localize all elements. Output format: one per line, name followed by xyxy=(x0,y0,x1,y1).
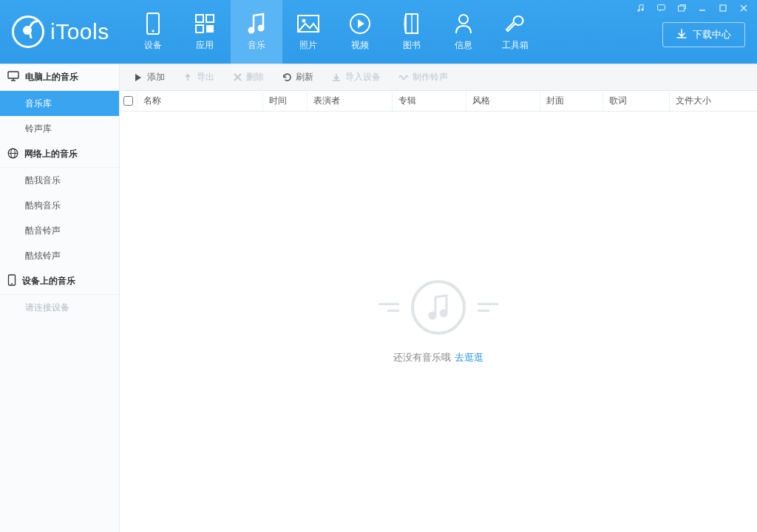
col-cover[interactable]: 封面 xyxy=(540,91,603,111)
tool-label: 删除 xyxy=(246,71,264,83)
logo-icon xyxy=(12,16,44,48)
sidebar-section-device: 设备上的音乐 xyxy=(0,268,119,295)
empty-state: 还没有音乐哦 去逛逛 xyxy=(120,112,757,532)
grid-icon xyxy=(194,13,216,35)
svg-rect-5 xyxy=(206,25,214,33)
sidebar-item-label: 酷我音乐 xyxy=(25,174,61,187)
music-note-circle-icon xyxy=(411,280,466,335)
sidebar-item-music-lib[interactable]: 音乐库 xyxy=(0,91,119,116)
sidebar-section-title: 设备上的音乐 xyxy=(22,275,75,287)
nav-video[interactable]: 视频 xyxy=(334,0,386,64)
svg-rect-4 xyxy=(196,25,203,33)
svg-rect-3 xyxy=(206,15,214,22)
nav-label: 音乐 xyxy=(248,39,265,52)
refresh-button[interactable]: 刷新 xyxy=(274,68,321,86)
svg-rect-16 xyxy=(678,6,684,11)
empty-illustration xyxy=(378,280,498,335)
sidebar-item-label: 请连接设备 xyxy=(25,301,69,314)
sidebar-item-kugou[interactable]: 酷狗音乐 xyxy=(0,193,119,218)
close-button[interactable] xyxy=(733,1,754,15)
nav-label: 设备 xyxy=(144,39,162,52)
col-genre[interactable]: 风格 xyxy=(466,91,540,111)
titlebar-chat-icon[interactable] xyxy=(651,1,671,15)
sidebar-section-title: 网络上的音乐 xyxy=(24,148,78,160)
person-icon xyxy=(452,13,475,35)
sidebar-item-ringtone-lib[interactable]: 铃声库 xyxy=(0,116,119,141)
col-album[interactable]: 专辑 xyxy=(393,91,466,111)
svg-rect-2 xyxy=(196,15,203,22)
svg-point-9 xyxy=(302,18,305,22)
nav-label: 视频 xyxy=(351,39,369,52)
wave-icon xyxy=(398,72,409,83)
sidebar-item-connect-device: 请连接设备 xyxy=(0,295,119,320)
tool-label: 制作铃声 xyxy=(413,71,448,83)
col-lyric[interactable]: 歌词 xyxy=(603,91,670,111)
nav-music[interactable]: 音乐 xyxy=(231,0,282,64)
dash-icon xyxy=(387,310,399,312)
make-ringtone-button: 制作铃声 xyxy=(391,68,455,86)
download-center-label: 下载中心 xyxy=(693,28,731,41)
col-artist[interactable]: 表演者 xyxy=(308,91,393,111)
svg-point-28 xyxy=(440,309,448,317)
music-icon xyxy=(245,13,268,35)
nav-label: 照片 xyxy=(299,39,317,52)
col-size[interactable]: 文件大小 xyxy=(670,91,757,111)
tool-label: 添加 xyxy=(147,71,165,83)
empty-browse-link[interactable]: 去逛逛 xyxy=(455,352,483,363)
sidebar-item-label: 酷炫铃声 xyxy=(25,250,61,262)
nav-toolbox[interactable]: 工具箱 xyxy=(489,0,541,64)
play-circle-icon xyxy=(349,13,371,35)
svg-point-7 xyxy=(257,24,264,31)
add-button[interactable]: 添加 xyxy=(126,68,172,86)
col-name[interactable]: 名称 xyxy=(138,91,263,111)
minimize-button[interactable] xyxy=(692,1,713,15)
content-area: 添加 导出 删除 刷新 导入设备 制作铃声 xyxy=(120,64,757,532)
monitor-icon xyxy=(7,71,19,83)
empty-message: 还没有音乐哦 去逛逛 xyxy=(393,351,484,364)
sidebar-item-kuwo[interactable]: 酷我音乐 xyxy=(0,168,119,193)
titlebar-controls xyxy=(630,1,754,15)
select-all-cell[interactable] xyxy=(120,91,138,111)
nav-apps[interactable]: 应用 xyxy=(179,0,231,64)
app-body: 电脑上的音乐 音乐库 铃声库 网络上的音乐 酷我音乐 酷狗音乐 酷音铃声 酷炫铃… xyxy=(0,64,757,532)
sidebar-section-title: 电脑上的音乐 xyxy=(25,71,78,83)
content-toolbar: 添加 导出 删除 刷新 导入设备 制作铃声 xyxy=(120,64,757,91)
nav-label: 信息 xyxy=(455,39,472,52)
nav-info[interactable]: 信息 xyxy=(438,0,489,64)
nav-device[interactable]: 设备 xyxy=(127,0,179,64)
table-header: 名称 时间 表演者 专辑 风格 封面 歌词 文件大小 xyxy=(120,91,757,112)
phone-small-icon xyxy=(7,274,16,288)
select-all-checkbox[interactable] xyxy=(123,96,133,106)
book-icon xyxy=(401,13,423,35)
maximize-button[interactable] xyxy=(713,1,733,15)
globe-icon xyxy=(7,148,18,161)
download-center-button[interactable]: 下载中心 xyxy=(662,22,745,47)
svg-rect-18 xyxy=(720,5,726,11)
app-logo: iTools xyxy=(0,0,127,64)
titlebar-music-icon[interactable] xyxy=(630,1,651,15)
svg-point-1 xyxy=(152,30,154,32)
dash-icon xyxy=(378,303,399,305)
titlebar-window-icon[interactable] xyxy=(671,1,692,15)
nav-book[interactable]: 图书 xyxy=(386,0,438,64)
sidebar-item-kuxuan-ring[interactable]: 酷炫铃声 xyxy=(0,243,119,268)
sidebar-section-local: 电脑上的音乐 xyxy=(0,64,119,91)
sidebar-section-online: 网络上的音乐 xyxy=(0,141,119,168)
col-time[interactable]: 时间 xyxy=(263,91,308,111)
app-header: iTools 设备 应用 音乐 照片 xyxy=(0,0,757,64)
download-icon xyxy=(676,29,687,41)
sidebar: 电脑上的音乐 音乐库 铃声库 网络上的音乐 酷我音乐 酷狗音乐 酷音铃声 酷炫铃… xyxy=(0,64,120,532)
nav-label: 应用 xyxy=(196,39,214,52)
dash-icon xyxy=(478,303,498,305)
sidebar-item-kuyin-ring[interactable]: 酷音铃声 xyxy=(0,218,119,243)
app-name: iTools xyxy=(50,19,109,44)
main-nav: 设备 应用 音乐 照片 视频 xyxy=(127,0,541,64)
phone-icon xyxy=(142,13,164,35)
import-device-button: 导入设备 xyxy=(324,68,388,86)
svg-point-26 xyxy=(11,283,13,284)
sidebar-item-label: 酷音铃声 xyxy=(25,225,61,237)
svg-rect-19 xyxy=(8,72,18,78)
svg-rect-15 xyxy=(657,5,665,10)
wrench-icon xyxy=(504,13,526,35)
nav-photo[interactable]: 照片 xyxy=(282,0,334,64)
